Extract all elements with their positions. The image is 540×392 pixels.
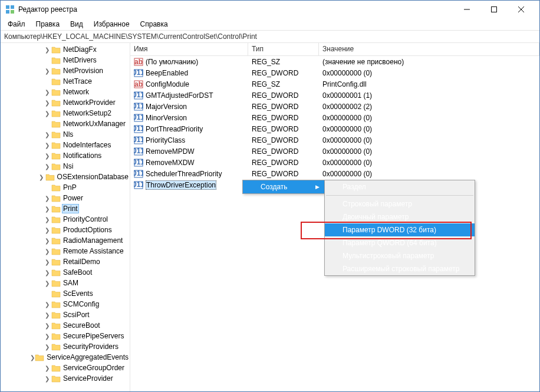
list-row[interactable]: 011PriorityClassREG_DWORD0x00000000 (0) <box>130 134 539 146</box>
tree-item[interactable]: ❯NetworkProvider <box>1 97 130 108</box>
address-bar[interactable]: Компьютер\HKEY_LOCAL_MACHINE\SYSTEM\Curr… <box>1 30 539 43</box>
expand-icon[interactable]: ❯ <box>43 45 51 54</box>
expand-icon[interactable]: ❯ <box>43 194 51 202</box>
list-row[interactable]: 011PortThreadPriorityREG_DWORD0x00000000… <box>130 123 539 134</box>
expand-icon[interactable] <box>43 120 51 128</box>
minimize-button[interactable] <box>453 1 480 18</box>
expand-icon[interactable]: ❯ <box>43 247 51 255</box>
expand-icon[interactable] <box>43 77 51 85</box>
list-row[interactable]: 011RemoveMPDWREG_DWORD0x00000000 (0) <box>130 146 539 157</box>
list-pane[interactable]: Имя Тип Значение ab(По умолчанию)REG_SZ(… <box>130 43 539 391</box>
expand-icon[interactable]: ❯ <box>43 258 51 266</box>
tree-item[interactable]: ❯OSExtensionDatabase <box>1 172 130 182</box>
ctx-sub-item[interactable]: Мультистроковый параметр <box>325 249 475 262</box>
tree-item[interactable]: ❯SecurePipeServers <box>1 331 130 341</box>
expand-icon[interactable]: ❯ <box>43 374 51 383</box>
expand-icon[interactable]: ❯ <box>43 141 51 149</box>
expand-icon[interactable]: ❯ <box>43 98 51 107</box>
menu-help[interactable]: Справка <box>136 19 173 29</box>
expand-icon[interactable]: ❯ <box>43 151 51 160</box>
tree-item[interactable]: ❯Nls <box>1 129 130 140</box>
tree-item[interactable]: ❯RadioManagement <box>1 235 130 246</box>
expand-icon[interactable]: ❯ <box>43 236 51 245</box>
col-name[interactable]: Имя <box>130 43 248 55</box>
list-row[interactable]: 011MajorVersionREG_DWORD0x00000002 (2) <box>130 101 539 112</box>
expand-icon[interactable]: ❯ <box>43 205 51 213</box>
ctx-sub-item[interactable]: Параметр DWORD (32 бита) <box>325 223 475 236</box>
tree-item[interactable]: ❯Notifications <box>1 150 130 161</box>
tree-item[interactable]: ❯ServiceProvider <box>1 373 130 384</box>
list-row[interactable]: 011GMTAdjustedForDSTREG_DWORD0x00000001 … <box>130 90 539 101</box>
tree-item[interactable]: ❯ScsiPort <box>1 309 130 320</box>
tree-item[interactable]: ❯SCMConfig <box>1 299 130 309</box>
menu-view[interactable]: Вид <box>65 19 88 29</box>
ctx-sub-item[interactable]: Параметр QWORD (64 бита) <box>325 236 475 249</box>
expand-icon[interactable]: ❯ <box>43 311 51 319</box>
expand-icon[interactable]: ❯ <box>43 342 51 351</box>
tree-item[interactable]: ❯NodeInterfaces <box>1 140 130 150</box>
expand-icon[interactable]: ❯ <box>43 215 51 223</box>
tree-item[interactable]: ❯SecureBoot <box>1 320 130 331</box>
col-type[interactable]: Тип <box>248 43 319 55</box>
context-submenu[interactable]: РазделСтроковый параметрДвоичный парамет… <box>324 180 475 276</box>
expand-icon[interactable]: ❯ <box>43 364 51 372</box>
list-row[interactable]: 011SchedulerThreadPriorityREG_DWORD0x000… <box>130 168 539 179</box>
expand-icon[interactable] <box>43 289 51 298</box>
context-menu[interactable]: Создать ▶ РазделСтроковый параметрДвоичн… <box>242 180 325 194</box>
menu-file[interactable]: Файл <box>3 19 30 29</box>
tree-item[interactable]: NetTrace <box>1 76 130 87</box>
tree-item[interactable]: ❯SafeBoot <box>1 267 130 278</box>
menu-edit[interactable]: Правка <box>31 19 65 29</box>
tree-item[interactable]: ❯NetDiagFx <box>1 44 130 55</box>
tree-pane[interactable]: ❯NetDiagFxNetDrivers❯NetProvisionNetTrac… <box>1 43 130 391</box>
expand-icon[interactable] <box>43 183 51 192</box>
tree-item[interactable]: NetDrivers <box>1 55 130 65</box>
expand-icon[interactable]: ❯ <box>29 353 35 361</box>
ctx-sub-item[interactable]: Расширяемый строковый параметр <box>325 262 475 275</box>
expand-icon[interactable]: ❯ <box>43 332 51 340</box>
tree-item[interactable]: NetworkUxManager <box>1 118 130 129</box>
tree-item[interactable]: ❯Remote Assistance <box>1 246 130 256</box>
expand-icon[interactable]: ❯ <box>43 226 51 234</box>
tree-item[interactable]: ❯SAM <box>1 278 130 288</box>
expand-icon[interactable]: ❯ <box>43 268 51 276</box>
ctx-sub-item[interactable]: Двоичный параметр <box>325 210 475 223</box>
col-value[interactable]: Значение <box>319 43 539 55</box>
expand-icon[interactable]: ❯ <box>43 130 51 139</box>
tree-item[interactable]: ❯ProductOptions <box>1 225 130 235</box>
tree-item[interactable]: ❯NetProvision <box>1 65 130 76</box>
tree-item[interactable]: ❯ServiceAggregatedEvents <box>1 352 130 363</box>
ctx-sub-item[interactable]: Строковый параметр <box>325 197 475 210</box>
tree-item[interactable]: ❯RetailDemo <box>1 256 130 267</box>
tree-item[interactable]: PnP <box>1 182 130 193</box>
expand-icon[interactable]: ❯ <box>43 300 51 308</box>
expand-icon[interactable]: ❯ <box>43 67 51 75</box>
expand-icon[interactable]: ❯ <box>43 162 51 170</box>
tree-item[interactable]: ❯NetworkSetup2 <box>1 108 130 118</box>
tree-item[interactable]: ❯Print <box>1 203 130 214</box>
expand-icon[interactable]: ❯ <box>43 109 51 117</box>
tree-item[interactable]: ❯ServiceGroupOrder <box>1 363 130 373</box>
tree-item[interactable]: ❯Nsi <box>1 161 130 172</box>
titlebar[interactable]: Редактор реестра <box>1 1 539 18</box>
list-row[interactable]: 011RemoveMXDWREG_DWORD0x00000000 (0) <box>130 157 539 168</box>
list-row[interactable]: 011BeepEnabledREG_DWORD0x00000000 (0) <box>130 67 539 78</box>
tree-item[interactable]: ❯Power <box>1 193 130 203</box>
list-row[interactable]: abConfigModuleREG_SZPrintConfig.dll <box>130 78 539 90</box>
tree-item[interactable]: ScEvents <box>1 288 130 299</box>
menu-favorites[interactable]: Избранное <box>89 19 134 29</box>
tree-item[interactable]: ❯PriorityControl <box>1 214 130 225</box>
close-button[interactable] <box>508 1 535 18</box>
expand-icon[interactable]: ❯ <box>43 321 51 330</box>
tree-item[interactable]: ❯Network <box>1 87 130 97</box>
expand-icon[interactable]: ❯ <box>43 88 51 96</box>
ctx-create[interactable]: Создать ▶ РазделСтроковый параметрДвоичн… <box>243 180 324 193</box>
expand-icon[interactable] <box>43 56 51 64</box>
maximize-button[interactable] <box>480 1 508 18</box>
expand-icon[interactable]: ❯ <box>43 279 51 287</box>
expand-icon[interactable]: ❯ <box>38 173 45 181</box>
tree-item[interactable]: ❯SecurityProviders <box>1 341 130 352</box>
ctx-sub-item[interactable]: Раздел <box>325 180 475 193</box>
list-row[interactable]: 011MinorVersionREG_DWORD0x00000000 (0) <box>130 112 539 123</box>
list-row[interactable]: ab(По умолчанию)REG_SZ(значение не присв… <box>130 56 539 67</box>
